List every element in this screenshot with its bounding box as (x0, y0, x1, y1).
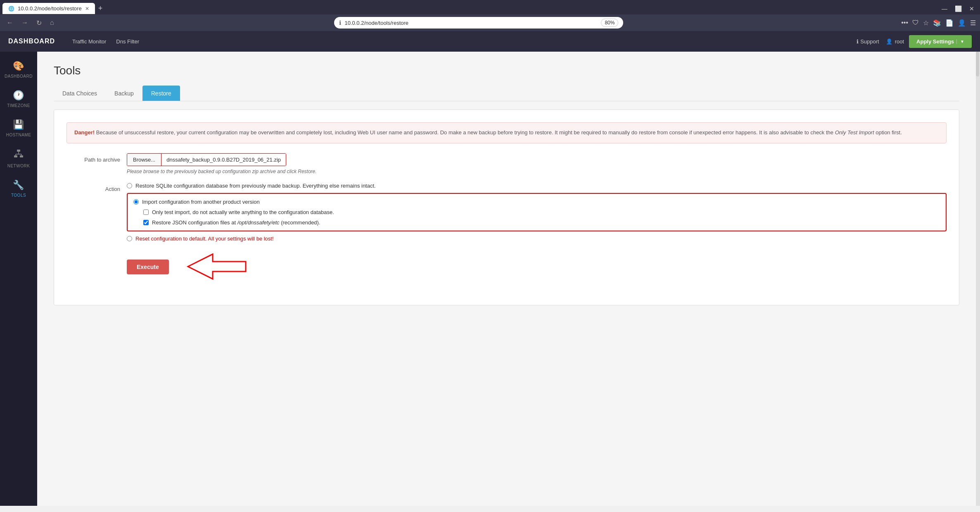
arrow-annotation (184, 250, 250, 284)
svg-rect-0 (17, 150, 20, 152)
checkbox-restore-json[interactable]: Restore JSON configuration files at /opt… (143, 219, 940, 226)
ssl-info-icon[interactable]: ℹ (339, 19, 341, 26)
user-icon: 👤 (886, 38, 892, 45)
arrow-svg (184, 250, 250, 283)
path-content: Browse... dnssafety_backup_0.9.0.B27D_20… (127, 153, 947, 174)
timezone-icon: 🕐 (13, 90, 24, 101)
radio-reset-config[interactable]: Reset configuration to default. All your… (127, 236, 947, 242)
reload-button[interactable]: ↻ (34, 17, 44, 29)
sidebar-item-network[interactable]: NETWORK (0, 144, 37, 173)
tab-favicon: 🌐 (8, 6, 14, 12)
browser-tab[interactable]: 🌐 10.0.0.2/node/tools/restore ✕ (2, 3, 95, 14)
radio-restore-sqlite[interactable]: Restore SQLite configuration database fr… (127, 183, 947, 189)
nav-traffic-monitor[interactable]: Traffic Monitor (67, 32, 111, 51)
back-button[interactable]: ← (4, 17, 16, 28)
sidebar-label-timezone: TIMEZONE (7, 103, 30, 108)
tools-icon: 🔧 (13, 180, 24, 191)
address-bar: ℹ 80% (334, 17, 623, 29)
user-label: root (895, 38, 904, 45)
path-to-archive-row: Path to archive Browse... dnssafety_back… (66, 153, 947, 174)
checkbox-only-test[interactable]: Only test import, do not actually write … (143, 209, 940, 215)
checkbox-restore-json-input[interactable] (143, 220, 149, 225)
checkbox-only-test-label: Only test import, do not actually write … (152, 209, 334, 215)
sidebar-label-dashboard: DASHBOARD (5, 74, 33, 79)
close-window-icon[interactable]: ✕ (967, 5, 977, 13)
tab-data-choices[interactable]: Data Choices (54, 86, 106, 101)
file-input-group: Browse... dnssafety_backup_0.9.0.B27D_20… (127, 153, 286, 166)
bookmark-icon[interactable]: ☆ (923, 19, 929, 27)
radio-reset-config-label: Reset configuration to default. All your… (135, 236, 274, 242)
sidebar-label-network: NETWORK (7, 164, 30, 168)
overflow-menu-icon[interactable]: ••• (901, 19, 908, 26)
action-label: Action (66, 183, 120, 192)
url-input[interactable] (344, 20, 598, 26)
radio-import-config-input[interactable] (133, 199, 139, 205)
checkbox-restore-json-label: Restore JSON configuration files at /opt… (152, 219, 320, 226)
tabs-bar: Data Choices Backup Restore (54, 86, 959, 101)
svg-rect-2 (20, 155, 23, 157)
sidebar-item-hostname[interactable]: 💾 HOSTNAME (0, 114, 37, 142)
browse-button[interactable]: Browse... (127, 154, 161, 166)
support-button[interactable]: ℹ Support (857, 38, 879, 45)
file-hint-italic: Restore (298, 169, 315, 174)
support-label: Support (860, 38, 879, 45)
sidebar-label-hostname: HOSTNAME (6, 133, 31, 137)
main-layout: 🎨 DASHBOARD 🕐 TIMEZONE 💾 HOSTNAME NETWOR… (0, 52, 980, 506)
tab-restore[interactable]: Restore (142, 86, 180, 101)
sidebar-item-tools[interactable]: 🔧 TOOLS (0, 175, 37, 202)
tab-title: 10.0.0.2/node/tools/restore (18, 5, 82, 12)
home-button[interactable]: ⌂ (47, 17, 57, 28)
tab-close-icon[interactable]: ✕ (85, 6, 89, 12)
reader-view-icon[interactable]: 📄 (945, 19, 954, 27)
svg-rect-1 (14, 155, 17, 157)
checkbox-only-test-input[interactable] (143, 210, 149, 215)
file-name-display: dnssafety_backup_0.9.0.B27D_2019_06_21.z… (161, 154, 286, 166)
sidebar-label-tools: TOOLS (11, 193, 26, 198)
page-title: Tools (54, 64, 959, 77)
svg-marker-7 (188, 254, 246, 279)
nav-dns-filter[interactable]: Dns Filter (111, 32, 144, 51)
apply-settings-label: Apply Settings (916, 38, 954, 45)
network-icon (14, 149, 24, 161)
maximize-icon[interactable]: ⬜ (952, 5, 964, 13)
brand-logo: DASHBOARD (8, 38, 55, 45)
new-tab-button[interactable]: + (95, 2, 106, 14)
file-hint: Please browse to the previously backed u… (127, 169, 947, 174)
file-hint-suffix: . (315, 169, 316, 174)
sidebar: 🎨 DASHBOARD 🕐 TIMEZONE 💾 HOSTNAME NETWOR… (0, 52, 37, 506)
danger-suffix: option first. (874, 129, 902, 136)
hamburger-menu-icon[interactable]: ☰ (970, 19, 976, 27)
zoom-level[interactable]: 80% (601, 19, 618, 27)
scrollbar-track[interactable] (976, 52, 980, 506)
option-box-import: Import configuration from another produc… (127, 193, 947, 231)
path-label: Path to archive (66, 153, 120, 163)
sidebar-item-timezone[interactable]: 🕐 TIMEZONE (0, 85, 37, 113)
dashboard-icon: 🎨 (13, 61, 24, 71)
shield-icon[interactable]: 🛡 (912, 19, 919, 26)
execute-row: Execute (127, 250, 947, 284)
user-info: 👤 root (886, 38, 904, 45)
action-options: Restore SQLite configuration database fr… (127, 183, 947, 242)
danger-text: Because of unsuccessful restore, your cu… (96, 129, 835, 136)
profile-icon[interactable]: 👤 (958, 19, 966, 27)
hostname-icon: 💾 (13, 119, 24, 130)
top-nav: DASHBOARD Traffic Monitor Dns Filter ℹ S… (0, 31, 980, 52)
forward-button[interactable]: → (19, 17, 31, 28)
minimize-icon[interactable]: — (939, 5, 950, 13)
action-row: Action Restore SQLite configuration data… (66, 183, 947, 242)
sidebar-item-dashboard[interactable]: 🎨 DASHBOARD (0, 56, 37, 83)
restore-card: Danger! Because of unsuccessful restore,… (54, 110, 959, 305)
radio-import-config[interactable]: Import configuration from another produc… (133, 199, 940, 205)
danger-prefix: Danger! (74, 129, 95, 136)
bookmarks-bar-icon[interactable]: 📚 (933, 19, 941, 27)
radio-restore-sqlite-input[interactable] (127, 183, 132, 188)
browser-toolbar-icons: ••• 🛡 ☆ 📚 📄 👤 ☰ (901, 19, 976, 27)
scrollbar-thumb[interactable] (976, 52, 979, 76)
support-icon: ℹ (857, 38, 859, 45)
apply-settings-button[interactable]: Apply Settings ▼ (909, 35, 972, 48)
execute-button[interactable]: Execute (127, 260, 169, 274)
tab-backup[interactable]: Backup (106, 86, 142, 101)
radio-reset-config-input[interactable] (127, 236, 132, 241)
apply-settings-dropdown-icon[interactable]: ▼ (956, 39, 964, 44)
danger-alert: Danger! Because of unsuccessful restore,… (66, 122, 947, 143)
